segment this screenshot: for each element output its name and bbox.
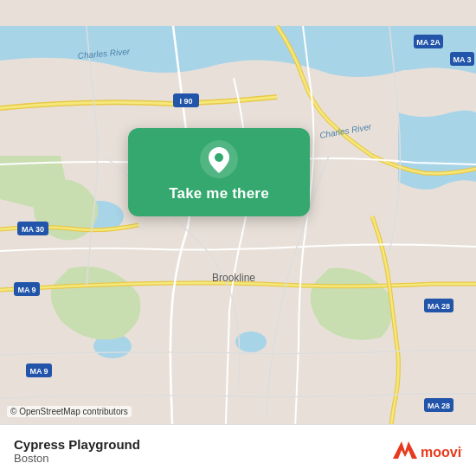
moovit-logo-svg: moovit: [393, 438, 462, 464]
svg-text:MA 3: MA 3: [453, 55, 471, 64]
svg-text:Brookline: Brookline: [212, 272, 255, 284]
location-info: Cypress Playground Boston: [14, 437, 140, 465]
svg-text:MA 2A: MA 2A: [416, 38, 441, 47]
take-me-there-button[interactable]: Take me there: [169, 185, 269, 203]
svg-point-24: [215, 153, 223, 162]
svg-text:I 90: I 90: [179, 97, 192, 106]
svg-text:MA 28: MA 28: [428, 402, 450, 410]
moovit-logo: moovit: [393, 438, 462, 464]
svg-text:MA 28: MA 28: [428, 302, 450, 311]
map-attribution: © OpenStreetMap contributors: [7, 406, 132, 417]
svg-text:MA 30: MA 30: [22, 225, 44, 234]
bottom-bar: Cypress Playground Boston moovit: [0, 424, 476, 476]
svg-text:MA 9: MA 9: [29, 367, 48, 376]
map-container: I 90 MA 2A MA 3 MA 30 MA 9 MA 9 MA 28 MA…: [0, 0, 476, 476]
map-background: I 90 MA 2A MA 3 MA 30 MA 9 MA 9 MA 28 MA…: [0, 0, 476, 476]
location-city: Boston: [14, 452, 140, 465]
svg-marker-25: [393, 441, 417, 459]
svg-text:MA 9: MA 9: [17, 286, 35, 294]
svg-point-3: [235, 331, 267, 352]
location-pin-icon: [200, 140, 238, 178]
map-card[interactable]: Take me there: [128, 128, 310, 216]
location-name: Cypress Playground: [14, 437, 140, 452]
svg-text:moovit: moovit: [421, 445, 462, 460]
